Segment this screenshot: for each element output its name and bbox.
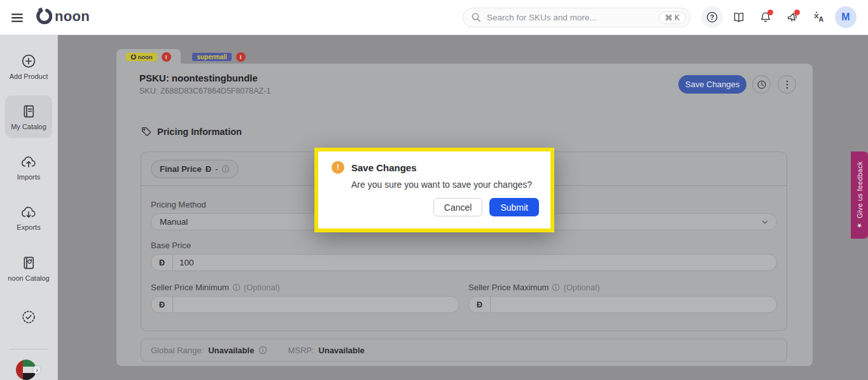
sidebar-item-label: Add Product (10, 73, 48, 80)
badge-check-icon (21, 309, 36, 325)
sidebar-item-my-catalog[interactable]: My Catalog (5, 95, 52, 138)
chevron-right-icon: › (32, 365, 41, 374)
seller-price-max-field: Đ (468, 296, 777, 313)
save-changes-dialog: ! Save Changes Are you sure you want to … (314, 148, 554, 232)
feedback-tab[interactable]: ★ Give us feedback (851, 151, 868, 239)
noon-book-icon (21, 255, 36, 271)
seller-price-min-label: Seller Price Minimum (Optional) (151, 283, 459, 292)
global-range-value: Unavailable (208, 346, 254, 355)
dirham-symbol: Đ (206, 164, 211, 174)
chevron-down-icon (760, 217, 770, 227)
cancel-button[interactable]: Cancel (433, 198, 483, 216)
announcement-dot (794, 10, 800, 15)
seller-price-min-group: Seller Price Minimum (Optional) Đ (151, 283, 459, 313)
question-icon: ? (706, 11, 718, 24)
translate-icon: A (813, 11, 825, 24)
info-icon[interactable] (232, 283, 241, 292)
dirham-symbol: Đ (151, 255, 173, 271)
base-price-field: Đ (151, 254, 777, 271)
alert-icon: ! (236, 52, 246, 62)
dirham-symbol: Đ (151, 297, 173, 313)
book-icon (21, 104, 36, 119)
sidebar-item-noon-catalog[interactable]: noon Catalog (5, 247, 52, 290)
pricing-method-value: Manual (160, 217, 188, 227)
cloud-download-icon (20, 204, 37, 220)
final-price-tab[interactable]: Final Price Đ - (151, 160, 239, 178)
dirham-symbol: Đ (469, 297, 491, 313)
pricing-section-title-row: Pricing Information (141, 126, 242, 137)
dialog-header: ! Save Changes (332, 161, 539, 174)
sidebar-item-label: noon Catalog (8, 274, 49, 282)
alert-icon: ! (162, 52, 171, 62)
help-button[interactable]: ? (701, 6, 723, 28)
keyboard-shortcut-badge: ⌘ K (659, 11, 686, 24)
dialog-title: Save Changes (351, 162, 417, 173)
seller-price-min-input[interactable] (173, 297, 459, 313)
svg-text:A: A (818, 15, 823, 23)
info-icon[interactable] (258, 346, 267, 355)
star-icon: ★ (856, 222, 863, 229)
dialog-buttons: Cancel Submit (332, 198, 539, 216)
seller-price-max-input[interactable] (491, 297, 776, 313)
final-price-label: Final Price (160, 164, 202, 174)
price-reference-row: Global Range: Unavailable MSRP: Unavaila… (141, 339, 787, 362)
svg-text:?: ? (710, 13, 714, 21)
cloud-upload-icon (20, 154, 37, 169)
msrp-label: MSRP: (288, 346, 314, 355)
base-price-input[interactable] (173, 255, 776, 271)
docs-button[interactable] (728, 6, 750, 28)
search-input[interactable] (487, 13, 654, 22)
final-price-dash: - (215, 164, 218, 174)
more-options-button[interactable] (778, 75, 796, 94)
save-changes-button[interactable]: Save Changes (678, 75, 746, 94)
global-search: ⌘ K (463, 8, 690, 27)
submit-button[interactable]: Submit (489, 198, 539, 216)
msrp-value: Unavailable (319, 346, 365, 355)
feedback-label: Give us feedback (856, 161, 864, 218)
brand-text: noon (55, 8, 90, 25)
global-range-label: Global Range: (151, 346, 204, 355)
topbar-actions: ? A (701, 6, 857, 28)
book-open-icon (732, 11, 745, 24)
search-icon (471, 12, 482, 23)
psku-title: PSKU: noontestingbundle (139, 73, 258, 83)
noon-swoosh-icon (35, 8, 52, 25)
dialog-message: Are you sure you want to save your chang… (351, 179, 539, 190)
avatar[interactable]: M (835, 6, 857, 28)
base-price-label: Base Price (151, 241, 777, 250)
pricing-section-title: Pricing Information (157, 127, 242, 137)
plus-circle-icon (21, 53, 36, 69)
sidebar-item-exports[interactable]: Exports (5, 197, 52, 239)
sidebar-item-label: My Catalog (11, 123, 46, 130)
sidebar-item-badge[interactable] (5, 297, 52, 340)
sku-subtitle: SKU: Z688D83C67864D5F8078AZ-1 (139, 87, 270, 95)
sidebar-item-label: Exports (17, 223, 40, 231)
hamburger-menu-icon[interactable] (10, 11, 24, 25)
noon-store-badge: noon (126, 53, 157, 61)
clock-icon (757, 80, 767, 90)
supermall-store-badge: supermall (192, 53, 231, 61)
seller-price-max-group: Seller Price Maximum (Optional) Đ (468, 283, 777, 313)
warning-icon: ! (332, 161, 344, 174)
kebab-icon (783, 80, 792, 90)
announcements-button[interactable] (781, 6, 803, 28)
sidebar-item-label: Imports (17, 173, 41, 181)
notification-dot (767, 10, 773, 15)
info-icon[interactable] (221, 165, 230, 173)
info-icon[interactable] (552, 283, 560, 292)
sidebar-divider (10, 349, 48, 349)
country-selector[interactable]: › (16, 360, 41, 380)
page: noon ⌘ K ? (0, 0, 868, 380)
seller-price-max-label: Seller Price Maximum (Optional) (468, 283, 777, 292)
noon-swoosh-icon (130, 54, 136, 60)
sidebar-item-imports[interactable]: Imports (5, 146, 52, 188)
tab-noon[interactable]: noon ! (116, 49, 181, 64)
language-button[interactable]: A (808, 6, 830, 28)
history-button[interactable] (752, 75, 771, 94)
notifications-button[interactable] (755, 6, 776, 28)
sidebar: Add Product My Catalog Imports Exports n… (0, 35, 58, 380)
seller-price-min-field: Đ (151, 296, 459, 313)
noon-logo[interactable]: noon (35, 8, 90, 25)
sidebar-item-add-product[interactable]: Add Product (5, 45, 52, 88)
tab-supermall[interactable]: supermall ! (188, 49, 249, 64)
